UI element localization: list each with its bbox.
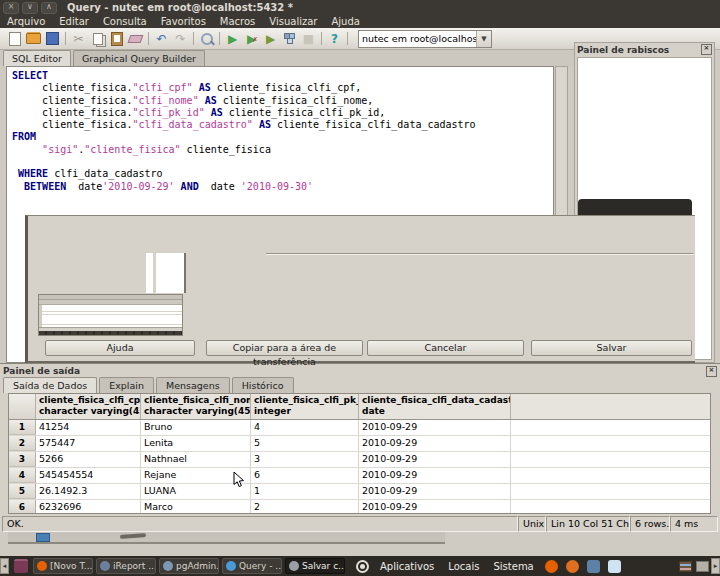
gnome-menu-icon[interactable]: [356, 560, 369, 573]
menu-favoritos[interactable]: Favoritos: [154, 16, 213, 27]
panel-menu-locais[interactable]: Locais: [441, 561, 486, 572]
help-icon[interactable]: ?: [326, 31, 343, 47]
row-number[interactable]: 5: [9, 484, 36, 499]
new-file-icon[interactable]: [6, 31, 23, 47]
table-cell[interactable]: 545454554: [36, 468, 141, 483]
menu-macros[interactable]: Macros: [213, 16, 262, 27]
sql-line: cliente_fisica."clfi_cpf" AS cliente_fis…: [12, 82, 553, 94]
ireport-icon: [100, 561, 110, 571]
help-button[interactable]: Ajuda: [45, 340, 195, 356]
dialog-page-fragment: [146, 253, 153, 293]
clear-window-icon[interactable]: [127, 31, 144, 47]
taskbar-item[interactable]: pgAdmin...: [159, 558, 219, 574]
menu-ajuda[interactable]: Ajuda: [324, 16, 366, 27]
table-cell[interactable]: 2010-09-29: [359, 468, 511, 483]
table-cell[interactable]: 2010-09-29: [359, 452, 511, 467]
taskbar-item[interactable]: Query - ...: [222, 558, 282, 574]
explain-query-icon[interactable]: ▶: [262, 31, 279, 47]
tab-histórico[interactable]: Histórico: [232, 377, 294, 393]
cancel-button[interactable]: Cancelar: [367, 340, 524, 356]
undo-icon[interactable]: ↶: [153, 31, 170, 47]
row-number[interactable]: 4: [9, 468, 36, 483]
firefox-launcher-icon[interactable]: [545, 560, 558, 573]
table-cell[interactable]: Lenita: [141, 436, 251, 451]
query-macros-icon[interactable]: [281, 31, 298, 47]
table-cell[interactable]: Marco: [141, 500, 251, 514]
close-icon[interactable]: ×: [706, 366, 717, 377]
save-button[interactable]: Salvar: [531, 340, 692, 356]
table-cell[interactable]: 5: [251, 436, 359, 451]
copy-icon[interactable]: [89, 31, 106, 47]
tab-sql-editor[interactable]: SQL Editor: [3, 50, 71, 66]
table-cell[interactable]: 2010-09-29: [359, 500, 511, 514]
execute-query-icon[interactable]: ▶: [224, 31, 241, 47]
status-message: OK.: [2, 516, 518, 532]
tab-explain[interactable]: Explain: [99, 377, 154, 393]
menu-visualizar[interactable]: Visualizar: [262, 16, 324, 27]
thumbnail-data-grid: [39, 305, 182, 327]
tab-mensagens[interactable]: Mensagens: [156, 377, 230, 393]
ireport-launcher-icon[interactable]: [566, 560, 579, 573]
tab-saída-de-dados[interactable]: Saída de Dados: [3, 377, 97, 393]
table-cell[interactable]: 2010-09-29: [359, 436, 511, 451]
table-cell[interactable]: Bruno: [141, 420, 251, 435]
execute-pgscript-icon[interactable]: ▶✗: [243, 31, 260, 47]
table-cell[interactable]: 3: [251, 452, 359, 467]
panel-menu-aplicativos[interactable]: Aplicativos: [373, 561, 441, 572]
table-cell[interactable]: 1: [251, 484, 359, 499]
row-number[interactable]: 1: [9, 420, 36, 435]
table-cell[interactable]: 6: [251, 468, 359, 483]
cut-icon[interactable]: ✂: [70, 31, 87, 47]
window-levels-icon[interactable]: [679, 561, 692, 572]
menu-consulta[interactable]: Consulta: [96, 16, 154, 27]
pgadmin-launcher-icon[interactable]: [587, 560, 600, 573]
text-editor-launcher-icon[interactable]: [608, 560, 621, 573]
connection-combobox[interactable]: nutec em root@localhost:54 ▼: [358, 30, 492, 48]
find-replace-icon[interactable]: [198, 31, 215, 47]
table-cell[interactable]: Nathnael: [141, 452, 251, 467]
open-file-icon[interactable]: [25, 31, 42, 47]
column-header[interactable]: cliente_fisica_clfi_pk_idinteger: [251, 394, 359, 419]
table-cell[interactable]: 2010-09-29: [359, 420, 511, 435]
screenshot-preview-thumbnail: [38, 294, 183, 336]
taskbar-item[interactable]: iReport ...: [96, 558, 156, 574]
close-window-button[interactable]: ×: [3, 2, 19, 14]
panel-scroll-right-icon[interactable]: ▸: [711, 558, 720, 574]
cancel-query-icon[interactable]: ■: [300, 31, 317, 47]
table-row: 2575447Lenita52010-09-29: [9, 436, 710, 452]
taskbar-item[interactable]: Salvar c...: [285, 558, 345, 574]
maximize-window-button[interactable]: ∧: [41, 2, 57, 14]
table-cell[interactable]: 5266: [36, 452, 141, 467]
save-icon[interactable]: [44, 31, 61, 47]
panel-menu-sistema[interactable]: Sistema: [486, 561, 540, 572]
column-header[interactable]: cliente_fisica_clfi_data_cadastrodate: [359, 394, 511, 419]
window-list-applet-icon[interactable]: [14, 559, 28, 573]
paste-icon[interactable]: [108, 31, 125, 47]
column-header[interactable]: cliente_fisica_clfi_nomecharacter varyin…: [141, 394, 251, 419]
trash-icon[interactable]: [696, 561, 709, 572]
close-icon[interactable]: ×: [701, 44, 712, 55]
minimize-window-button[interactable]: ∨: [22, 2, 38, 14]
redo-icon[interactable]: ↷: [172, 31, 189, 47]
tab-graphical-query-builder[interactable]: Graphical Query Builder: [73, 50, 205, 66]
column-header[interactable]: cliente_fisica_clfi_cpfcharacter varying…: [36, 394, 141, 419]
row-number[interactable]: 6: [9, 500, 36, 514]
output-tabs: Saída de DadosExplainMensagensHistórico: [3, 377, 296, 393]
table-cell[interactable]: 4: [251, 420, 359, 435]
title-bar: ×∨∧ Query - nutec em root@localhost:5432…: [0, 0, 720, 14]
row-number[interactable]: 3: [9, 452, 36, 467]
table-cell[interactable]: 26.1492.3: [36, 484, 141, 499]
table-cell[interactable]: 2010-09-29: [359, 484, 511, 499]
menu-arquivo[interactable]: Arquivo: [0, 16, 52, 27]
table-cell[interactable]: 575447: [36, 436, 141, 451]
table-cell[interactable]: 41254: [36, 420, 141, 435]
chevron-down-icon[interactable]: ▼: [476, 31, 491, 47]
row-number[interactable]: 2: [9, 436, 36, 451]
panel-scroll-left-icon[interactable]: ◂: [0, 558, 9, 574]
table-cell[interactable]: 6232696: [36, 500, 141, 514]
table-cell[interactable]: 2: [251, 500, 359, 514]
firefox-icon: [37, 561, 47, 571]
taskbar-item[interactable]: [Novo T...: [33, 558, 93, 574]
menu-editar[interactable]: Editar: [52, 16, 96, 27]
copy-to-clipboard-button[interactable]: Copiar para a área de transferência: [206, 340, 363, 356]
